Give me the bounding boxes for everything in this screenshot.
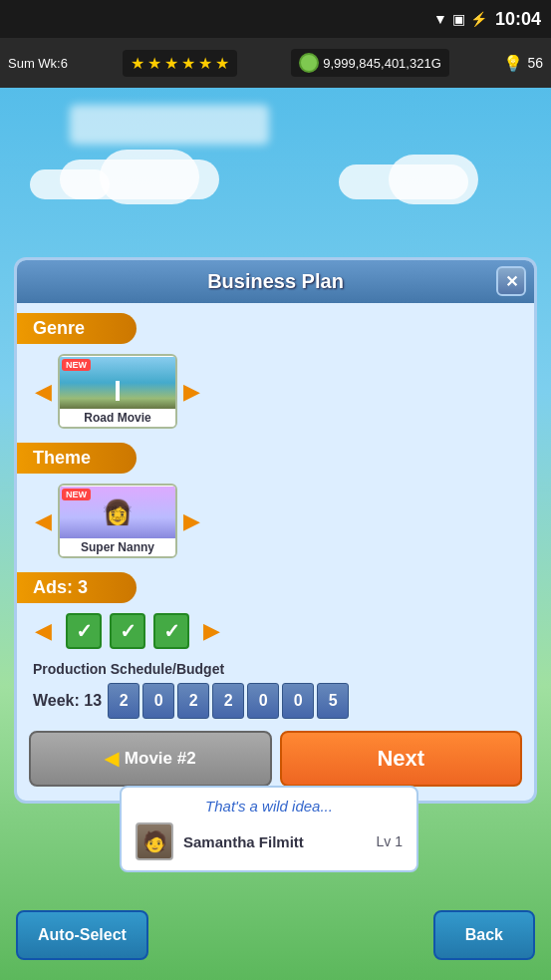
theme-section: Theme ◀ 👩 NEW 游戏之家.com Super Nanny ▶ [17, 433, 534, 562]
production-label: Production Schedule/Budget [33, 661, 518, 677]
week-label: Week: 13 [33, 692, 102, 710]
theme-row: ◀ 👩 NEW 游戏之家.com Super Nanny ▶ [17, 480, 534, 562]
bulb-count: 56 [527, 55, 543, 71]
cloud [100, 150, 199, 204]
genre-row: ◀ NEW Road Movie ▶ [17, 350, 534, 433]
cloud [389, 155, 478, 204]
status-time: 10:04 [495, 9, 541, 30]
star-2: ★ [147, 54, 161, 73]
genre-label: Genre [17, 313, 137, 344]
genre-section: Genre ◀ NEW Road Movie ▶ [17, 303, 534, 433]
close-button[interactable]: ✕ [496, 266, 526, 296]
budget-cell-0: 2 [108, 683, 139, 719]
star-4: ★ [181, 54, 195, 73]
budget-cell-3: 2 [212, 683, 244, 719]
business-plan-dialog: Business Plan ✕ Genre ◀ NEW Road Movie ▶… [14, 257, 537, 804]
genre-item-name: Road Movie [60, 409, 175, 427]
coin-icon [299, 53, 319, 73]
ads-section: Ads: 3 ◀ ✓ ✓ ✓ ▶ [17, 562, 534, 653]
star-1: ★ [131, 54, 144, 73]
road-line [116, 381, 120, 401]
next-button[interactable]: Next [280, 731, 523, 787]
budget-cell-1: 0 [142, 683, 174, 719]
week-row: Week: 13 2 0 2 2 0 0 5 [33, 683, 518, 719]
person-avatar: 🧑 [136, 822, 173, 860]
name-tag [70, 105, 269, 145]
genre-image: NEW [60, 357, 175, 409]
ads-left-arrow[interactable]: ◀ [29, 618, 58, 644]
ad-check-3[interactable]: ✓ [153, 613, 189, 649]
auto-select-button[interactable]: Auto-Select [16, 910, 148, 960]
movie-btn-arrow: ◀ [105, 748, 119, 770]
currency-value: 9,999,845,401,321G [323, 56, 441, 71]
chat-person: 🧑 Samantha Filmitt Lv 1 [136, 822, 403, 860]
cloud [30, 169, 110, 199]
theme-new-badge: NEW [62, 489, 91, 500]
budget-cell-2: 2 [177, 683, 209, 719]
star-3: ★ [164, 54, 178, 73]
chat-bubble: That's a wild idea... 🧑 Samantha Filmitt… [120, 786, 418, 872]
back-button[interactable]: Back [433, 910, 535, 960]
dialog-bottom-buttons: ◀ Movie #2 Next [17, 723, 534, 791]
currency-container: 9,999,845,401,321G [291, 49, 449, 77]
wifi-icon: ▼ [433, 11, 447, 27]
person-level: Lv 1 [377, 833, 403, 849]
budget-cell-5: 0 [282, 683, 314, 719]
stars-container: ★ ★ ★ ★ ★ ★ [123, 50, 237, 77]
movie-button[interactable]: ◀ Movie #2 [29, 731, 272, 787]
bottom-bar: Auto-Select Back [0, 910, 551, 960]
ads-label: Ads: 3 [17, 572, 137, 603]
ad-check-2[interactable]: ✓ [110, 613, 145, 649]
budget-cell-4: 0 [247, 683, 279, 719]
top-bar: Sum Wk:6 ★ ★ ★ ★ ★ ★ 9,999,845,401,321G … [0, 38, 551, 88]
dialog-title: Business Plan [207, 270, 344, 292]
person-name: Samantha Filmitt [183, 833, 304, 850]
bulb-icon: 💡 [503, 54, 523, 73]
theme-card: 👩 NEW 游戏之家.com Super Nanny [58, 484, 177, 558]
budget-cell-6: 5 [317, 683, 349, 719]
theme-right-arrow[interactable]: ▶ [177, 508, 206, 534]
theme-label: Theme [17, 443, 137, 474]
chat-text: That's a wild idea... [136, 798, 403, 815]
genre-left-arrow[interactable]: ◀ [29, 379, 58, 405]
genre-new-badge: NEW [62, 359, 91, 371]
signal-icon: ▣ [452, 11, 465, 27]
theme-item-name: Super Nanny [60, 538, 175, 556]
genre-right-arrow[interactable]: ▶ [177, 379, 206, 405]
ads-row: ◀ ✓ ✓ ✓ ▶ [17, 609, 534, 653]
bulb-container: 💡 56 [503, 54, 543, 73]
sum-wk-label: Sum Wk:6 [8, 56, 68, 71]
production-section: Production Schedule/Budget Week: 13 2 0 … [17, 653, 534, 723]
genre-card: NEW Road Movie [58, 354, 177, 429]
status-icons: ▼ ▣ ⚡ [433, 11, 487, 27]
budget-cells: 2 0 2 2 0 0 5 [108, 683, 349, 719]
ads-right-arrow[interactable]: ▶ [197, 618, 226, 644]
status-bar: ▼ ▣ ⚡ 10:04 [0, 0, 551, 38]
star-6: ★ [215, 54, 229, 73]
ad-check-1[interactable]: ✓ [66, 613, 102, 649]
theme-image: 👩 NEW 游戏之家.com [60, 487, 175, 538]
theme-left-arrow[interactable]: ◀ [29, 508, 58, 534]
star-5: ★ [198, 54, 212, 73]
battery-icon: ⚡ [470, 11, 487, 27]
dialog-header: Business Plan ✕ [17, 260, 534, 303]
movie-btn-label: Movie #2 [125, 749, 196, 769]
